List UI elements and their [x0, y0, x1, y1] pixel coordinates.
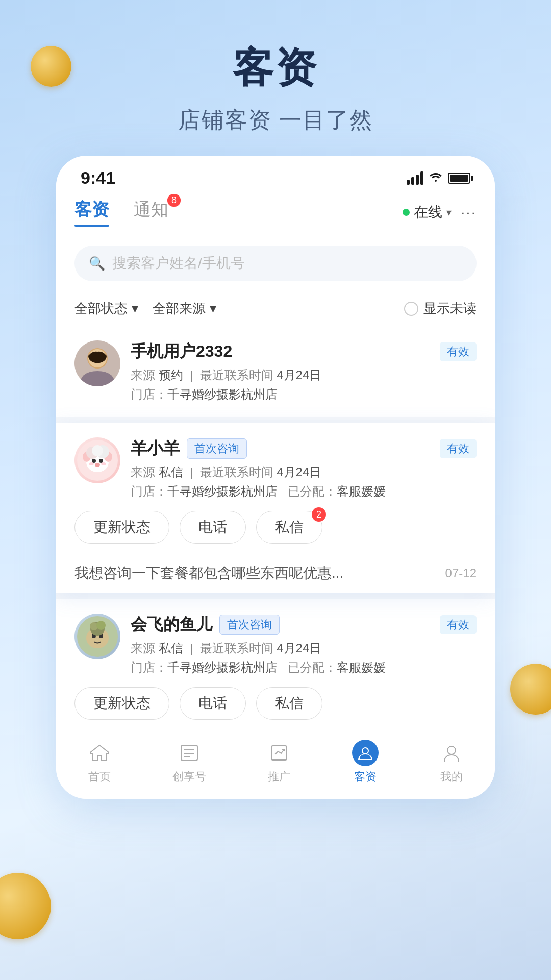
status-icons [407, 170, 470, 186]
customer-name-2: 羊小羊 [131, 437, 180, 460]
avatar-1 [74, 340, 120, 386]
nav-tabs: 客资 通知 8 在线 ▾ ··· [56, 193, 495, 235]
svg-point-6 [92, 459, 96, 463]
source-filter-button[interactable]: 全部来源 ▾ [153, 300, 216, 317]
private-message-badge: 2 [312, 507, 326, 522]
svg-point-20 [96, 621, 106, 630]
customer-name-3: 会飞的鱼儿 [131, 614, 212, 636]
wifi-icon [429, 170, 443, 186]
customer-meta-3: 来源 私信 | 最近联系时间 4月24日 [131, 640, 477, 656]
customer-icon [352, 740, 379, 766]
customer-status-tag-1: 有效 [440, 342, 477, 361]
customer-name-row-2: 羊小羊 首次咨询 有效 [131, 437, 477, 460]
signal-bar-3 [416, 175, 419, 185]
customer-status-tag-2: 有效 [440, 439, 477, 458]
nav-item-create[interactable]: 创享号 [172, 740, 206, 785]
search-bar[interactable]: 🔍 搜索客户姓名/手机号 [74, 246, 477, 281]
customer-header-2: 羊小羊 首次咨询 有效 来源 私信 | 最近联系时间 4月24日 门店：千寻婚纱… [74, 437, 477, 500]
customer-info-1: 手机用户2332 有效 来源 预约 | 最近联系时间 4月24日 门店：千寻婚纱… [131, 340, 477, 403]
message-time-2: 07-12 [445, 566, 477, 580]
search-icon: 🔍 [89, 256, 105, 272]
nav-label-home: 首页 [88, 769, 111, 785]
svg-point-28 [447, 746, 456, 754]
private-message-button-3[interactable]: 私信 [256, 687, 322, 720]
customer-card-1: 手机用户2332 有效 来源 预约 | 最近联系时间 4月24日 门店：千寻婚纱… [56, 326, 495, 417]
notification-badge: 8 [167, 194, 181, 207]
unread-filter[interactable]: 显示未读 [404, 300, 477, 317]
search-bar-wrap: 🔍 搜索客户姓名/手机号 [56, 235, 495, 291]
private-message-button[interactable]: 私信 2 [256, 511, 322, 544]
more-options-button[interactable]: ··· [461, 204, 477, 221]
tab-customer-info[interactable]: 客资 [74, 198, 109, 227]
svg-point-27 [363, 748, 368, 753]
customer-card-3: 会飞的鱼儿 首次咨询 有效 来源 私信 | 最近联系时间 4月24日 门店：千寻… [56, 599, 495, 730]
home-icon [86, 740, 113, 766]
phone-button[interactable]: 电话 [180, 511, 246, 544]
nav-label-customer: 客资 [354, 769, 377, 785]
customer-list: 手机用户2332 有效 来源 预约 | 最近联系时间 4月24日 门店：千寻婚纱… [56, 326, 495, 730]
signal-bar-4 [420, 172, 423, 185]
header-section: 客资 店铺客资 一目了然 [0, 0, 551, 156]
svg-point-10 [101, 462, 106, 465]
message-text-2: 我想咨询一下套餐都包含哪些东西呢优惠... [74, 564, 435, 583]
chevron-status-icon: ▾ [132, 301, 138, 316]
status-bar: 9:41 [56, 156, 495, 193]
phone-mockup: 9:41 [56, 156, 495, 799]
action-buttons-2: 更新状态 电话 私信 2 [74, 511, 477, 544]
message-preview-2: 我想咨询一下套餐都包含哪些东西呢优惠... 07-12 [74, 554, 477, 583]
chevron-down-icon: ▾ [446, 206, 452, 218]
customer-header-3: 会飞的鱼儿 首次咨询 有效 来源 私信 | 最近联系时间 4月24日 门店：千寻… [74, 614, 477, 676]
svg-point-7 [99, 459, 103, 463]
avatar-3 [74, 614, 120, 659]
customer-meta-2: 来源 私信 | 最近联系时间 4月24日 [131, 464, 477, 480]
bottom-navigation: 首页 创享号 [56, 730, 495, 799]
customer-store-3: 门店：千寻婚纱摄影杭州店 已分配：客服媛媛 [131, 659, 477, 676]
customer-store-1: 门店：千寻婚纱摄影杭州店 [131, 386, 477, 403]
signal-bars-icon [407, 172, 423, 185]
page-subtitle: 店铺客资 一目了然 [0, 105, 551, 135]
mine-icon [438, 740, 465, 766]
create-icon [176, 740, 203, 766]
customer-info-2: 羊小羊 首次咨询 有效 来源 私信 | 最近联系时间 4月24日 门店：千寻婚纱… [131, 437, 477, 500]
action-buttons-3: 更新状态 电话 私信 [74, 687, 477, 720]
nav-item-mine[interactable]: 我的 [438, 740, 465, 785]
customer-name-row-3: 会飞的鱼儿 首次咨询 有效 [131, 614, 477, 636]
unread-radio-icon [404, 302, 418, 316]
customer-status-tag-3: 有效 [440, 615, 477, 634]
nav-label-mine: 我的 [440, 769, 463, 785]
customer-meta-1: 来源 预约 | 最近联系时间 4月24日 [131, 367, 477, 383]
filters-row: 全部状态 ▾ 全部来源 ▾ 显示未读 [56, 291, 495, 326]
svg-point-13 [92, 445, 103, 456]
customer-store-2: 门店：千寻婚纱摄影杭州店 已分配：客服媛媛 [131, 483, 477, 500]
nav-item-promotion[interactable]: 推广 [266, 740, 292, 785]
customer-first-tag-2: 首次咨询 [187, 438, 247, 459]
search-input[interactable]: 搜索客户姓名/手机号 [112, 254, 245, 273]
gold-ball-mid-right [510, 664, 551, 715]
page-title: 客资 [0, 41, 551, 96]
customer-name-1: 手机用户2332 [131, 340, 232, 363]
signal-bar-2 [411, 177, 414, 185]
customer-header-1: 手机用户2332 有效 来源 预约 | 最近联系时间 4月24日 门店：千寻婚纱… [74, 340, 477, 403]
status-filter-button[interactable]: 全部状态 ▾ [74, 300, 138, 317]
gold-ball-bottom-left [0, 873, 51, 939]
nav-label-promotion: 推广 [268, 769, 290, 785]
nav-label-create: 创享号 [172, 769, 206, 785]
svg-point-9 [89, 462, 94, 465]
update-status-button[interactable]: 更新状态 [74, 511, 169, 544]
online-dot-icon [403, 209, 410, 216]
battery-icon [448, 173, 470, 184]
nav-right-section: 在线 ▾ ··· [403, 203, 477, 222]
nav-item-customer[interactable]: 客资 [352, 740, 379, 785]
nav-item-home[interactable]: 首页 [86, 740, 113, 785]
customer-card-2: 羊小羊 首次咨询 有效 来源 私信 | 最近联系时间 4月24日 门店：千寻婚纱… [56, 423, 495, 593]
chevron-source-icon: ▾ [210, 301, 216, 316]
status-time: 9:41 [81, 168, 115, 188]
online-status[interactable]: 在线 ▾ [403, 203, 452, 222]
customer-name-row-1: 手机用户2332 有效 [131, 340, 477, 363]
avatar-2 [74, 437, 120, 483]
battery-fill [450, 175, 468, 182]
update-status-button-3[interactable]: 更新状态 [74, 687, 169, 720]
customer-first-tag-3: 首次咨询 [219, 615, 280, 635]
phone-button-3[interactable]: 电话 [180, 687, 246, 720]
tab-notifications[interactable]: 通知 8 [134, 198, 168, 227]
